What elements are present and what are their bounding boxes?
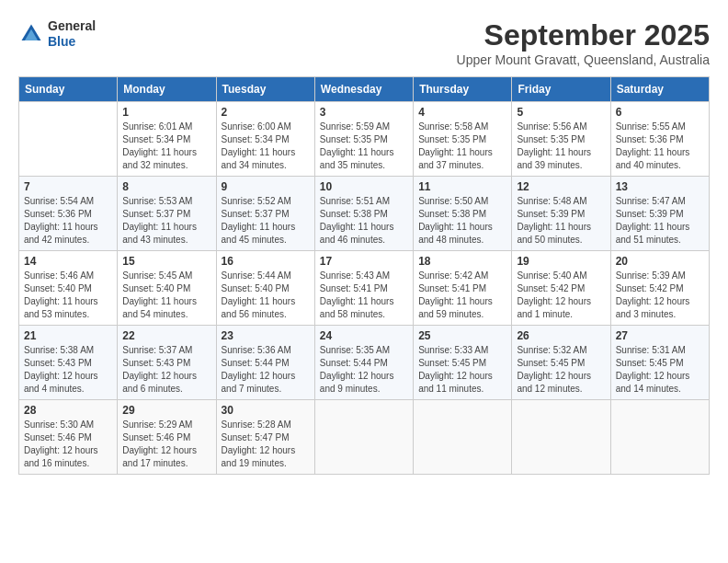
day-number: 21 <box>24 329 112 342</box>
day-number: 17 <box>320 255 408 268</box>
calendar-cell: 11Sunrise: 5:50 AMSunset: 5:38 PMDayligh… <box>414 177 512 251</box>
calendar-cell: 17Sunrise: 5:43 AMSunset: 5:41 PMDayligh… <box>314 251 413 326</box>
calendar-cell <box>414 400 512 475</box>
day-number: 28 <box>24 404 112 417</box>
calendar-cell: 7Sunrise: 5:54 AMSunset: 5:36 PMDaylight… <box>19 177 118 251</box>
day-info: Sunrise: 5:56 AMSunset: 5:35 PMDaylight:… <box>517 121 605 172</box>
page-header: General Blue September 2025 Upper Mount … <box>18 18 710 67</box>
calendar-cell: 3Sunrise: 5:59 AMSunset: 5:35 PMDaylight… <box>314 102 413 177</box>
day-number: 9 <box>222 180 310 193</box>
day-info: Sunrise: 5:44 AMSunset: 5:40 PMDaylight:… <box>222 270 310 321</box>
day-number: 12 <box>517 180 605 193</box>
calendar-table: SundayMondayTuesdayWednesdayThursdayFrid… <box>18 76 710 475</box>
calendar-cell: 6Sunrise: 5:55 AMSunset: 5:36 PMDaylight… <box>610 102 709 177</box>
day-info: Sunrise: 5:47 AMSunset: 5:39 PMDaylight:… <box>616 195 704 247</box>
day-info: Sunrise: 5:46 AMSunset: 5:40 PMDaylight:… <box>24 270 112 321</box>
day-number: 30 <box>222 404 310 417</box>
day-info: Sunrise: 5:35 AMSunset: 5:44 PMDaylight:… <box>320 344 408 396</box>
calendar-week-row: 21Sunrise: 5:38 AMSunset: 5:43 PMDayligh… <box>19 326 710 400</box>
day-number: 1 <box>122 106 210 119</box>
logo: General Blue <box>18 18 96 50</box>
calendar-cell: 23Sunrise: 5:36 AMSunset: 5:44 PMDayligh… <box>216 326 314 400</box>
day-info: Sunrise: 5:42 AMSunset: 5:41 PMDaylight:… <box>418 270 506 321</box>
day-info: Sunrise: 5:45 AMSunset: 5:40 PMDaylight:… <box>122 270 210 321</box>
day-info: Sunrise: 5:38 AMSunset: 5:43 PMDaylight:… <box>24 344 112 396</box>
day-number: 8 <box>122 180 210 193</box>
day-number: 24 <box>320 329 408 342</box>
day-info: Sunrise: 5:55 AMSunset: 5:36 PMDaylight:… <box>616 121 704 172</box>
day-number: 10 <box>320 180 408 193</box>
calendar-cell <box>314 400 413 475</box>
day-number: 2 <box>222 106 310 119</box>
day-number: 4 <box>418 106 506 119</box>
calendar-week-row: 14Sunrise: 5:46 AMSunset: 5:40 PMDayligh… <box>19 251 710 326</box>
day-info: Sunrise: 5:40 AMSunset: 5:42 PMDaylight:… <box>517 270 605 321</box>
calendar-header-row: SundayMondayTuesdayWednesdayThursdayFrid… <box>19 77 710 102</box>
calendar-cell: 13Sunrise: 5:47 AMSunset: 5:39 PMDayligh… <box>610 177 709 251</box>
calendar-cell: 18Sunrise: 5:42 AMSunset: 5:41 PMDayligh… <box>414 251 512 326</box>
day-number: 7 <box>24 180 112 193</box>
location-title: Upper Mount Gravatt, Queensland, Austral… <box>457 52 710 67</box>
month-title: September 2025 <box>457 18 710 52</box>
day-info: Sunrise: 5:32 AMSunset: 5:45 PMDaylight:… <box>517 344 605 396</box>
logo-text: General Blue <box>48 18 96 50</box>
weekday-header-thursday: Thursday <box>414 77 512 102</box>
day-number: 25 <box>418 329 506 342</box>
day-info: Sunrise: 5:53 AMSunset: 5:37 PMDaylight:… <box>122 195 210 247</box>
day-info: Sunrise: 5:30 AMSunset: 5:46 PMDaylight:… <box>24 419 112 470</box>
calendar-cell: 14Sunrise: 5:46 AMSunset: 5:40 PMDayligh… <box>19 251 118 326</box>
weekday-header-saturday: Saturday <box>610 77 709 102</box>
calendar-cell: 16Sunrise: 5:44 AMSunset: 5:40 PMDayligh… <box>216 251 314 326</box>
calendar-cell: 8Sunrise: 5:53 AMSunset: 5:37 PMDaylight… <box>118 177 216 251</box>
day-number: 29 <box>122 404 210 417</box>
day-number: 5 <box>517 106 605 119</box>
calendar-cell: 1Sunrise: 6:01 AMSunset: 5:34 PMDaylight… <box>118 102 216 177</box>
calendar-cell: 28Sunrise: 5:30 AMSunset: 5:46 PMDayligh… <box>19 400 118 475</box>
day-info: Sunrise: 6:00 AMSunset: 5:34 PMDaylight:… <box>222 121 310 172</box>
calendar-cell: 9Sunrise: 5:52 AMSunset: 5:37 PMDaylight… <box>216 177 314 251</box>
day-number: 19 <box>517 255 605 268</box>
calendar-cell <box>512 400 610 475</box>
day-info: Sunrise: 5:59 AMSunset: 5:35 PMDaylight:… <box>320 121 408 172</box>
day-number: 11 <box>418 180 506 193</box>
day-number: 27 <box>616 329 704 342</box>
day-number: 13 <box>616 180 704 193</box>
calendar-cell: 2Sunrise: 6:00 AMSunset: 5:34 PMDaylight… <box>216 102 314 177</box>
calendar-week-row: 7Sunrise: 5:54 AMSunset: 5:36 PMDaylight… <box>19 177 710 251</box>
day-info: Sunrise: 5:58 AMSunset: 5:35 PMDaylight:… <box>418 121 506 172</box>
day-number: 22 <box>122 329 210 342</box>
calendar-cell: 19Sunrise: 5:40 AMSunset: 5:42 PMDayligh… <box>512 251 610 326</box>
title-block: September 2025 Upper Mount Gravatt, Quee… <box>457 18 710 67</box>
day-info: Sunrise: 5:54 AMSunset: 5:36 PMDaylight:… <box>24 195 112 247</box>
calendar-cell: 4Sunrise: 5:58 AMSunset: 5:35 PMDaylight… <box>414 102 512 177</box>
day-info: Sunrise: 5:50 AMSunset: 5:38 PMDaylight:… <box>418 195 506 247</box>
day-info: Sunrise: 5:52 AMSunset: 5:37 PMDaylight:… <box>222 195 310 247</box>
logo-icon <box>18 21 44 47</box>
day-number: 15 <box>122 255 210 268</box>
calendar-week-row: 1Sunrise: 6:01 AMSunset: 5:34 PMDaylight… <box>19 102 710 177</box>
calendar-cell: 22Sunrise: 5:37 AMSunset: 5:43 PMDayligh… <box>118 326 216 400</box>
day-info: Sunrise: 5:36 AMSunset: 5:44 PMDaylight:… <box>222 344 310 396</box>
calendar-cell: 27Sunrise: 5:31 AMSunset: 5:45 PMDayligh… <box>610 326 709 400</box>
calendar-cell: 25Sunrise: 5:33 AMSunset: 5:45 PMDayligh… <box>414 326 512 400</box>
calendar-cell <box>610 400 709 475</box>
day-info: Sunrise: 5:51 AMSunset: 5:38 PMDaylight:… <box>320 195 408 247</box>
weekday-header-sunday: Sunday <box>19 77 118 102</box>
calendar-cell: 24Sunrise: 5:35 AMSunset: 5:44 PMDayligh… <box>314 326 413 400</box>
day-number: 18 <box>418 255 506 268</box>
day-info: Sunrise: 5:29 AMSunset: 5:46 PMDaylight:… <box>122 419 210 470</box>
calendar-cell: 21Sunrise: 5:38 AMSunset: 5:43 PMDayligh… <box>19 326 118 400</box>
day-info: Sunrise: 5:48 AMSunset: 5:39 PMDaylight:… <box>517 195 605 247</box>
weekday-header-tuesday: Tuesday <box>216 77 314 102</box>
day-number: 16 <box>222 255 310 268</box>
day-number: 23 <box>222 329 310 342</box>
calendar-cell: 26Sunrise: 5:32 AMSunset: 5:45 PMDayligh… <box>512 326 610 400</box>
calendar-cell: 15Sunrise: 5:45 AMSunset: 5:40 PMDayligh… <box>118 251 216 326</box>
calendar-cell: 5Sunrise: 5:56 AMSunset: 5:35 PMDaylight… <box>512 102 610 177</box>
day-info: Sunrise: 5:31 AMSunset: 5:45 PMDaylight:… <box>616 344 704 396</box>
day-number: 26 <box>517 329 605 342</box>
calendar-cell: 20Sunrise: 5:39 AMSunset: 5:42 PMDayligh… <box>610 251 709 326</box>
calendar-cell: 29Sunrise: 5:29 AMSunset: 5:46 PMDayligh… <box>118 400 216 475</box>
day-info: Sunrise: 6:01 AMSunset: 5:34 PMDaylight:… <box>122 121 210 172</box>
day-info: Sunrise: 5:43 AMSunset: 5:41 PMDaylight:… <box>320 270 408 321</box>
